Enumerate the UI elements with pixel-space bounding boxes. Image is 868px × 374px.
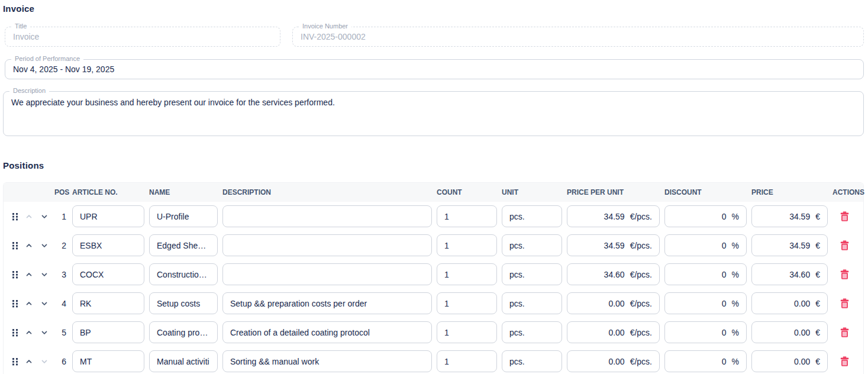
move-up-button[interactable]	[24, 212, 34, 221]
discount-input[interactable]	[672, 357, 727, 366]
description-input[interactable]	[222, 350, 432, 372]
discount-field: %	[664, 350, 747, 372]
drag-handle-icon[interactable]	[11, 241, 19, 250]
price-per-unit-input[interactable]	[575, 328, 625, 337]
article-no-input[interactable]	[72, 234, 144, 256]
price-input[interactable]	[759, 328, 810, 337]
delete-row-button[interactable]	[838, 267, 851, 281]
price-suffix: €	[815, 270, 820, 279]
count-input[interactable]	[437, 350, 497, 372]
header-unit: UNIT	[502, 188, 562, 196]
unit-input[interactable]	[502, 205, 562, 227]
table-row: 2 €/pcs. % €	[4, 231, 863, 260]
description-input[interactable]	[4, 92, 863, 136]
discount-field: %	[664, 292, 747, 314]
name-input[interactable]	[149, 263, 218, 285]
price-per-unit-input[interactable]	[575, 357, 625, 366]
name-input[interactable]	[149, 321, 218, 343]
count-input[interactable]	[437, 205, 497, 227]
delete-row-button[interactable]	[838, 325, 851, 339]
article-no-input[interactable]	[72, 292, 144, 314]
move-down-button[interactable]	[39, 299, 50, 308]
header-actions: ACTIONS	[832, 188, 864, 196]
price-per-unit-input[interactable]	[575, 212, 625, 221]
price-suffix: €	[815, 299, 820, 308]
drag-handle-icon[interactable]	[11, 328, 19, 337]
price-per-unit-field: €/pcs.	[567, 263, 660, 285]
drag-handle-icon[interactable]	[11, 270, 19, 279]
description-input[interactable]	[222, 263, 432, 285]
count-input[interactable]	[437, 292, 497, 314]
price-per-unit-input[interactable]	[575, 299, 625, 308]
discount-input[interactable]	[672, 212, 727, 221]
count-input[interactable]	[437, 263, 497, 285]
drag-handle-icon[interactable]	[11, 357, 19, 366]
article-no-input[interactable]	[72, 263, 144, 285]
description-input[interactable]	[222, 292, 432, 314]
price-input[interactable]	[759, 241, 810, 250]
table-body: 1 €/pcs. % €	[4, 202, 863, 374]
move-up-button[interactable]	[24, 241, 34, 250]
article-no-input[interactable]	[72, 350, 144, 372]
invoice-number-input[interactable]	[293, 27, 863, 46]
price-suffix: €	[815, 357, 820, 366]
delete-row-button[interactable]	[838, 354, 851, 368]
discount-suffix: %	[732, 299, 739, 308]
move-down-button[interactable]	[39, 357, 50, 366]
period-input[interactable]	[5, 60, 863, 79]
table-row: 3 €/pcs. % €	[4, 260, 863, 289]
delete-row-button[interactable]	[838, 238, 851, 252]
name-input[interactable]	[149, 234, 218, 256]
drag-handle-icon[interactable]	[11, 212, 19, 221]
description-input[interactable]	[222, 234, 432, 256]
move-up-button[interactable]	[24, 328, 34, 337]
move-down-button[interactable]	[39, 212, 50, 221]
header-discount: DISCOUNT	[664, 188, 747, 196]
trash-icon	[840, 211, 849, 221]
price-per-unit-input[interactable]	[575, 270, 625, 279]
price-per-unit-field: €/pcs.	[567, 321, 660, 343]
period-label: Period of Performance	[11, 55, 83, 62]
count-input[interactable]	[437, 321, 497, 343]
name-input[interactable]	[149, 205, 218, 227]
name-input[interactable]	[149, 350, 218, 372]
chevron-down-icon	[41, 271, 48, 278]
delete-row-button[interactable]	[838, 209, 851, 223]
price-per-unit-suffix: €/pcs.	[630, 328, 652, 337]
price-per-unit-suffix: €/pcs.	[630, 212, 652, 221]
description-input[interactable]	[222, 205, 432, 227]
price-input[interactable]	[759, 270, 810, 279]
chevron-up-icon	[25, 271, 33, 278]
price-input[interactable]	[759, 357, 810, 366]
unit-input[interactable]	[502, 350, 562, 372]
article-no-input[interactable]	[72, 321, 144, 343]
price-input[interactable]	[759, 299, 810, 308]
move-up-button[interactable]	[24, 299, 34, 308]
discount-input[interactable]	[672, 241, 727, 250]
count-input[interactable]	[437, 234, 497, 256]
name-input[interactable]	[149, 292, 218, 314]
drag-handle-icon[interactable]	[11, 299, 19, 308]
chevron-up-icon	[25, 213, 33, 220]
unit-input[interactable]	[502, 292, 562, 314]
move-down-button[interactable]	[39, 241, 50, 250]
unit-input[interactable]	[502, 263, 562, 285]
move-up-button[interactable]	[24, 357, 34, 366]
discount-input[interactable]	[672, 328, 727, 337]
unit-input[interactable]	[502, 234, 562, 256]
discount-input[interactable]	[672, 299, 727, 308]
price-per-unit-field: €/pcs.	[567, 205, 660, 227]
move-up-button[interactable]	[24, 270, 34, 279]
price-per-unit-input[interactable]	[575, 241, 625, 250]
title-label: Title	[11, 22, 30, 30]
description-input[interactable]	[222, 321, 432, 343]
article-no-input[interactable]	[72, 205, 144, 227]
price-input[interactable]	[759, 212, 810, 221]
discount-input[interactable]	[672, 270, 727, 279]
delete-row-button[interactable]	[838, 296, 851, 310]
move-down-button[interactable]	[39, 270, 50, 279]
move-down-button[interactable]	[39, 328, 50, 337]
title-input[interactable]	[5, 27, 280, 46]
unit-input[interactable]	[502, 321, 562, 343]
price-per-unit-suffix: €/pcs.	[630, 357, 652, 366]
